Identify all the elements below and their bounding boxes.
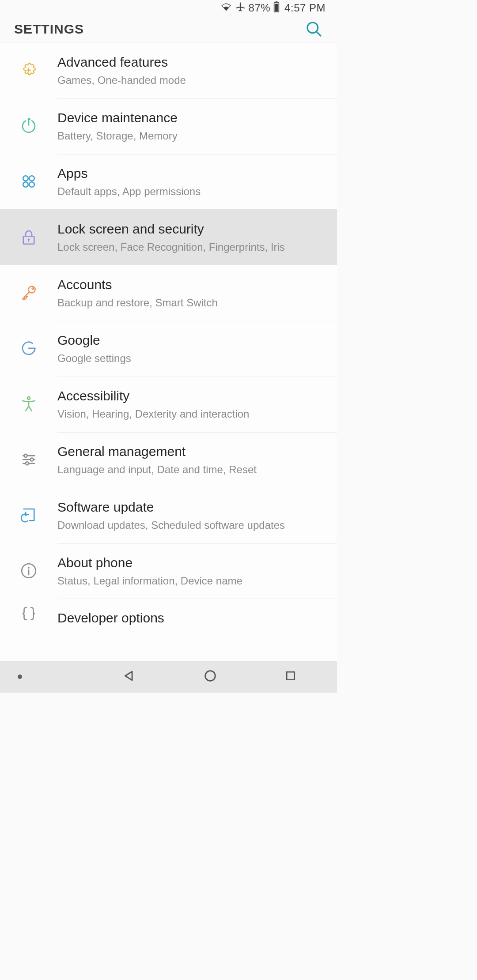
item-sub: Download updates, Scheduled software upd… (57, 518, 326, 532)
circle-home-icon (203, 668, 218, 683)
svg-point-9 (29, 176, 34, 181)
svg-rect-29 (287, 672, 295, 680)
item-sub: Vision, Hearing, Dexterity and interacti… (57, 407, 326, 421)
settings-item-lock-security[interactable]: Lock screen and security Lock screen, Fa… (0, 209, 337, 265)
item-sub: Backup and restore, Smart Switch (57, 296, 326, 309)
settings-item-about-phone[interactable]: About phone Status, Legal information, D… (0, 543, 337, 599)
settings-item-accounts[interactable]: Accounts Backup and restore, Smart Switc… (0, 265, 337, 320)
search-button[interactable] (304, 19, 324, 39)
item-sub: Language and input, Date and time, Reset (57, 463, 326, 476)
item-title: Accounts (57, 276, 326, 293)
svg-rect-1 (276, 1, 277, 3)
svg-point-23 (30, 458, 34, 461)
item-sub: Games, One-handed mode (57, 73, 326, 87)
svg-point-22 (24, 454, 27, 457)
page-title: SETTINGS (14, 22, 84, 37)
gear-plus-icon (19, 61, 38, 79)
status-bar: 87% 4:57 PM (0, 0, 337, 16)
item-title: Advanced features (57, 54, 326, 71)
item-title: Developer options (57, 610, 326, 626)
item-title: About phone (57, 554, 326, 571)
navigation-bar (0, 661, 337, 693)
item-title: Lock screen and security (57, 221, 326, 237)
svg-point-10 (23, 182, 28, 187)
settings-item-advanced-features[interactable]: Advanced features Games, One-handed mode (0, 42, 337, 98)
svg-point-8 (23, 176, 28, 181)
nav-back-button[interactable] (121, 668, 136, 685)
settings-item-accessibility[interactable]: Accessibility Vision, Hearing, Dexterity… (0, 376, 337, 432)
svg-point-17 (27, 397, 30, 400)
item-title: Google (57, 332, 326, 349)
power-circle-icon (19, 117, 38, 135)
update-icon (19, 506, 38, 524)
item-title: Device maintenance (57, 109, 326, 126)
nav-recents-button[interactable] (284, 669, 297, 684)
battery-icon (273, 1, 280, 15)
app-header: SETTINGS (0, 16, 337, 42)
key-icon (19, 283, 38, 302)
svg-rect-2 (275, 4, 279, 11)
item-sub: Default apps, App permissions (57, 185, 326, 198)
sliders-icon (19, 450, 38, 469)
battery-percent: 87% (249, 2, 271, 14)
svg-point-3 (307, 22, 318, 33)
svg-point-16 (32, 288, 34, 290)
braces-icon (19, 604, 38, 623)
nav-home-button[interactable] (203, 668, 218, 685)
search-icon (306, 21, 322, 38)
settings-item-google[interactable]: Google Google settings (0, 320, 337, 376)
settings-item-device-maintenance[interactable]: Device maintenance Battery, Storage, Mem… (0, 98, 337, 154)
settings-list[interactable]: Advanced features Games, One-handed mode… (0, 42, 337, 661)
airplane-icon (235, 1, 246, 15)
google-g-icon (19, 339, 38, 358)
settings-item-developer-options[interactable]: Developer options (0, 599, 337, 629)
lock-icon (19, 228, 38, 246)
item-sub: Battery, Storage, Memory (57, 129, 326, 143)
svg-point-28 (205, 671, 216, 681)
settings-item-apps[interactable]: Apps Default apps, App permissions (0, 154, 337, 209)
item-sub: Lock screen, Face Recognition, Fingerpri… (57, 240, 326, 254)
item-title: Accessibility (57, 388, 326, 404)
item-sub: Google settings (57, 351, 326, 365)
item-title: General management (57, 443, 326, 460)
svg-point-26 (28, 567, 30, 569)
four-circles-icon (19, 172, 38, 191)
person-icon (19, 395, 38, 413)
wifi-icon (220, 2, 232, 14)
info-icon (19, 562, 38, 580)
svg-point-15 (28, 286, 35, 293)
svg-line-4 (317, 32, 321, 36)
square-recents-icon (284, 669, 297, 682)
svg-point-24 (26, 462, 29, 465)
clock-text: 4:57 PM (284, 2, 326, 14)
item-title: Apps (57, 165, 326, 182)
item-title: Software update (57, 499, 326, 516)
nav-indicator-dot (18, 675, 22, 679)
triangle-back-icon (121, 668, 136, 683)
settings-item-general-management[interactable]: General management Language and input, D… (0, 432, 337, 487)
svg-point-11 (29, 182, 34, 187)
item-sub: Status, Legal information, Device name (57, 574, 326, 588)
settings-item-software-update[interactable]: Software update Download updates, Schedu… (0, 487, 337, 543)
